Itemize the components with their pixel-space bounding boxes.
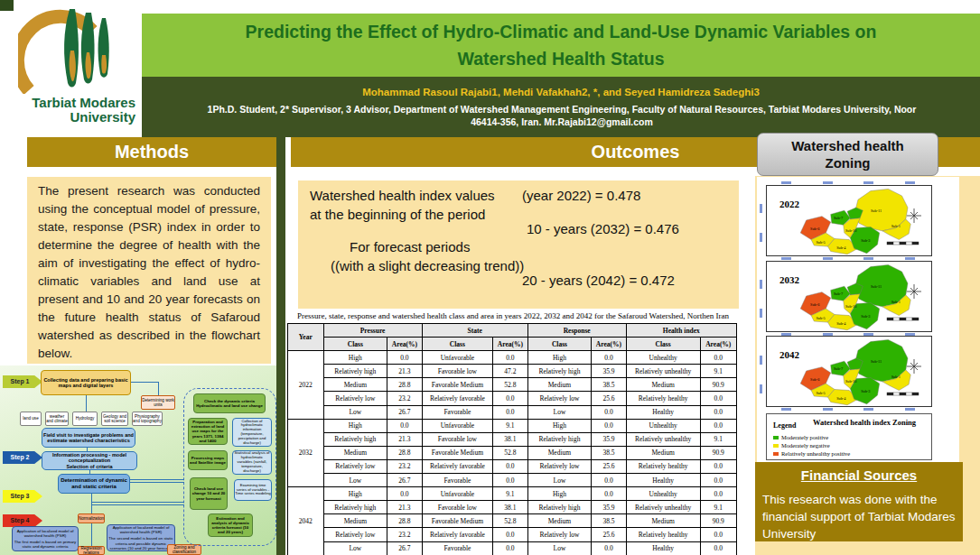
table-cell: 35.9 (592, 432, 627, 446)
table-cell: 0.0 (387, 419, 423, 432)
table-cell: Unhealthy (626, 419, 700, 432)
table-cell: 23.2 (387, 528, 423, 541)
table-cell: Medium (323, 514, 387, 528)
outcomes-intro-line1: Watershed health index values (310, 188, 495, 203)
outcomes-box: Watershed health index values at the beg… (298, 180, 739, 309)
svg-text:Sub-6: Sub-6 (810, 302, 820, 307)
flow-psr-second-line1: Application of localized model of waters… (107, 525, 174, 534)
flow-statistical-box: Statistical analysis of hydroclimatic va… (232, 450, 272, 475)
legend-swatch-orange (773, 452, 779, 456)
table-cell: Low (323, 474, 387, 487)
flow-connector (86, 395, 87, 412)
col-health-index: Health index (626, 324, 736, 338)
flow-input-weather: weather and climate (45, 412, 69, 426)
svg-text:Sub-4: Sub-4 (836, 321, 846, 326)
table-cell: Low (527, 405, 592, 419)
table-cell: 0.0 (493, 459, 528, 473)
flow-input-geology: Geology and soil science (101, 412, 128, 426)
table-row: 2022High0.0Unfavorable0.0High0.0Unhealth… (288, 351, 737, 365)
legend-item: Moderately positive (773, 434, 828, 440)
table-cell: Medium (527, 378, 592, 392)
map-ticks (760, 356, 762, 365)
flow-collect-box: Collecting data and preparing basic maps… (41, 370, 131, 395)
table-cell: Relatively healthy (626, 392, 700, 405)
table-cell: Unfavorable (422, 351, 492, 365)
subcol-area: Area(%) (592, 338, 627, 351)
svg-text:Sub-4: Sub-4 (836, 396, 846, 401)
table-cell: High (323, 419, 387, 432)
table-wrap: Year Pressure State Response Health inde… (287, 323, 739, 555)
table-cell: 0.0 (493, 528, 528, 541)
maps-panel: Sub-11Sub-1Sub-7Sub-10Sub-6Sub-5Sub-4Sub… (757, 177, 959, 462)
table-cell: 9.1 (700, 432, 736, 446)
table-cell: 25.6 (592, 392, 627, 405)
table-cell: 0.0 (592, 405, 627, 419)
table-cell: 0.0 (493, 474, 528, 487)
table-cell: Favorable Medium (422, 378, 492, 392)
outcomes-value-2022: (year 2022) = 0.478 (522, 188, 640, 203)
flow-step2: Step 2 (3, 451, 42, 464)
methods-box: The present research was conducted using… (27, 177, 271, 364)
map-ticks (766, 180, 930, 184)
table-cell: 23.2 (387, 459, 423, 473)
flow-connector (91, 502, 184, 505)
flow-psr-first-line1: Application of localized model of waters… (13, 529, 78, 538)
map-ticks (760, 384, 762, 393)
flow-processing-box: Processing maps and Satellite image (188, 450, 228, 470)
table-cell: 0.0 (592, 487, 627, 501)
table-cell: Unhealthy (626, 487, 700, 501)
svg-text:2022: 2022 (779, 199, 800, 209)
table-cell: Relatively high (323, 501, 387, 514)
table-cell: 21.3 (387, 501, 423, 514)
table-cell: High (323, 487, 387, 501)
table-cell: Relatively favorable (422, 459, 492, 473)
outcomes-forecast-line1: For forecast periods (350, 239, 470, 254)
table-cell: Relatively unhealthy (626, 501, 700, 514)
table-row: Relatively low23.2Relatively favorable0.… (288, 459, 737, 473)
map-legend: Legend Watershed health index Zoning Mod… (766, 413, 932, 460)
table-caption: Pressure, state, response and watershed … (287, 311, 739, 320)
outcomes-intro-line2: at the beginning of the period (310, 207, 485, 222)
table-row: Relatively high21.3Favorable low38.1Rela… (288, 432, 737, 446)
zoning-title-line1: Watershed health (758, 137, 938, 154)
table-row: Low26.7Favorable0.0Low0.0Healthy0.0 (288, 405, 737, 419)
flow-work-units-box: Determining work units (141, 395, 175, 410)
authors-line: Mohammad Rasoul Rajabi1, Mehdi Vafakhah2… (142, 87, 980, 97)
year-cell: 2022 (288, 351, 324, 419)
svg-text:2032: 2032 (779, 274, 800, 285)
legend-label: Legend (773, 421, 796, 430)
table-cell: 38.5 (592, 446, 627, 459)
table-cell: 26.7 (387, 541, 423, 555)
col-state: State (422, 324, 527, 338)
title-band: Predicting the Effect of Hydro-Climatic … (142, 14, 980, 77)
table-cell: Favorable (422, 474, 492, 487)
map-ticks (766, 407, 930, 411)
table-cell: Unfavorable (422, 487, 492, 501)
flow-info-processing-line2: Selection of criteria (66, 464, 112, 469)
table-cell: High (527, 351, 592, 365)
methods-heading: Methods (27, 137, 276, 167)
table-cell: Relatively healthy (626, 528, 700, 541)
table-row: Medium28.8Favorable Medium52.8Medium38.5… (288, 446, 737, 459)
poster-title-line1: Predicting the Effect of Hydro-Climatic … (142, 18, 980, 45)
financial-sources-heading: Financial Sources (755, 467, 963, 483)
table-cell: High (527, 419, 592, 432)
table-cell: 90.9 (700, 378, 736, 392)
flow-connector (158, 382, 159, 395)
table-cell: Medium (323, 446, 387, 459)
svg-text:Sub-5: Sub-5 (816, 316, 825, 320)
table-cell: Favorable low (422, 432, 492, 446)
table-cell: Medium (527, 514, 592, 528)
table-cell: 25.6 (592, 528, 627, 541)
table-row: Relatively low23.2Relatively favorable0.… (288, 528, 737, 541)
health-table: Year Pressure State Response Health inde… (287, 323, 737, 555)
corner-decoration (0, 0, 14, 11)
flow-info-processing-box: Information processing - model conceptua… (42, 451, 137, 470)
svg-text:Sub-10: Sub-10 (845, 304, 856, 309)
table-cell: Relatively low (527, 528, 592, 541)
table-cell: Relatively unhealthy (626, 432, 700, 446)
table-cell: 0.0 (700, 392, 736, 405)
svg-text:Sub-5: Sub-5 (816, 240, 825, 245)
table-cell: 0.0 (592, 541, 627, 555)
subcol-class: Class (422, 338, 492, 351)
